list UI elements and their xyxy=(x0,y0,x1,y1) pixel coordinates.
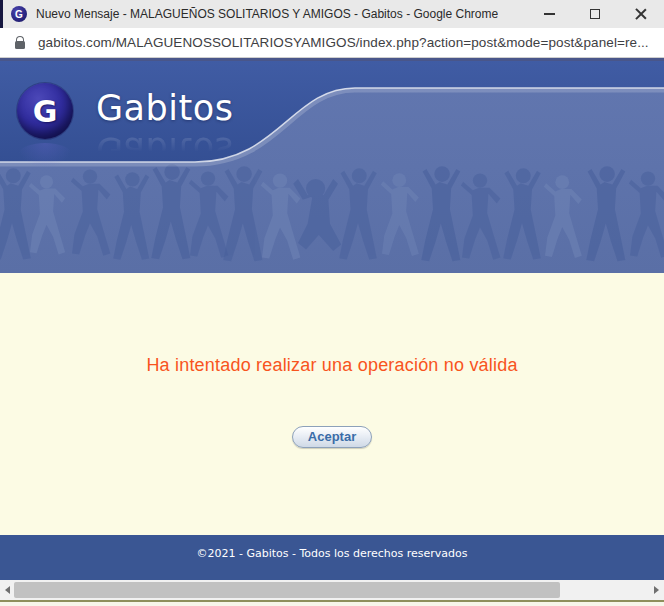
window-bottom-edge xyxy=(0,602,664,606)
scroll-left-button[interactable] xyxy=(0,580,14,600)
copyright-text: ©2021 - Gabitos - Todos los derechos res… xyxy=(196,547,467,560)
minimize-button[interactable] xyxy=(526,0,572,28)
scroll-left-arrow-icon xyxy=(5,586,10,594)
favicon-letter: G xyxy=(15,9,23,20)
window-controls xyxy=(526,0,664,28)
error-message: Ha intentado realizar una operación no v… xyxy=(0,273,664,376)
lock-icon[interactable] xyxy=(15,41,25,49)
address-bar[interactable]: gabitos.com/MALAGUENOSSOLITARIOSYAMIGOS/… xyxy=(0,28,664,58)
site-header-banner: G Gabitos Gabitos xyxy=(0,61,664,273)
maximize-icon xyxy=(590,9,600,19)
close-icon xyxy=(635,8,647,20)
brand-name-reflection: Gabitos xyxy=(96,130,233,170)
footer: ©2021 - Gabitos - Todos los derechos res… xyxy=(0,535,664,580)
minimize-icon xyxy=(544,13,555,15)
scrollbar-thumb[interactable] xyxy=(14,582,560,598)
window-title: Nuevo Mensaje - MALAGUEÑOS SOLITARIOS Y … xyxy=(36,7,498,21)
logo-letter: G xyxy=(33,94,58,129)
url-text[interactable]: gabitos.com/MALAGUENOSSOLITARIOSYAMIGOS/… xyxy=(38,35,649,50)
browser-window: G Nuevo Mensaje - MALAGUEÑOS SOLITARIOS … xyxy=(0,0,664,606)
gabitos-logo: G xyxy=(17,83,73,139)
brand-name: Gabitos xyxy=(96,88,233,128)
maximize-button[interactable] xyxy=(572,0,618,28)
logo-reflection xyxy=(17,143,73,169)
close-button[interactable] xyxy=(618,0,664,28)
gabitos-favicon-icon: G xyxy=(11,6,27,22)
title-bar: G Nuevo Mensaje - MALAGUEÑOS SOLITARIOS … xyxy=(0,0,664,28)
content-area: Ha intentado realizar una operación no v… xyxy=(0,273,664,535)
horizontal-scrollbar[interactable] xyxy=(0,580,664,600)
accept-button[interactable]: Aceptar xyxy=(292,426,372,448)
scroll-right-button[interactable] xyxy=(649,580,663,600)
scroll-right-arrow-icon xyxy=(654,586,659,594)
